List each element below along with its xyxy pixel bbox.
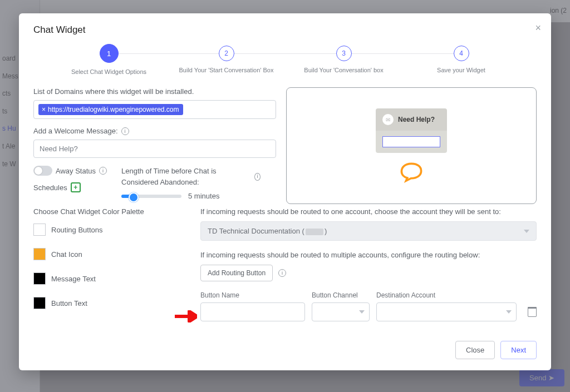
schedules-label: Schedules: [33, 183, 67, 192]
palette-message-text[interactable]: Message Text: [33, 272, 200, 285]
step-3[interactable]: 3 Build Your 'Conversation' box: [285, 46, 402, 73]
close-icon[interactable]: ×: [535, 22, 541, 34]
domain-chip-text: https://truedialogwiki.wpenginepowered.c…: [48, 106, 179, 113]
abandon-time-slider[interactable]: [121, 195, 181, 198]
button-name-input[interactable]: [200, 302, 305, 321]
step-number: 4: [454, 46, 469, 61]
domain-chip[interactable]: × https://truedialogwiki.wpenginepowered…: [38, 104, 183, 115]
col-destination-account: Destination Account: [376, 291, 537, 299]
close-button[interactable]: Close: [455, 341, 495, 359]
preview-popup: ✉ Need Help?: [376, 108, 447, 153]
step-2[interactable]: 2 Build Your 'Start Conversation' Box: [168, 46, 285, 73]
routing-single-label: If incoming requests should be routed to…: [200, 207, 537, 216]
widget-preview: ✉ Need Help?: [286, 87, 537, 204]
col-button-name: Button Name: [200, 291, 305, 299]
info-icon[interactable]: i: [121, 127, 129, 135]
away-status-label: Away Status: [56, 167, 96, 175]
chip-remove-icon[interactable]: ×: [42, 106, 46, 113]
domains-input[interactable]: × https://truedialogwiki.wpenginepowered…: [33, 100, 276, 119]
trash-icon[interactable]: [528, 307, 537, 317]
welcome-message-input[interactable]: [33, 140, 276, 158]
chat-widget-modal: Chat Widget × 1 Select Chat Widget Optio…: [19, 13, 551, 370]
info-icon[interactable]: i: [254, 173, 261, 181]
away-status-toggle[interactable]: [33, 166, 52, 176]
color-swatch[interactable]: [33, 248, 46, 260]
calendar-add-icon[interactable]: [71, 182, 81, 192]
button-channel-select[interactable]: [312, 302, 370, 321]
abandon-label: Length of Time before Chat is Considered…: [121, 166, 261, 187]
modal-title: Chat Widget: [33, 24, 537, 36]
step-number: 1: [100, 44, 119, 63]
step-4[interactable]: 4 Save your Widget: [402, 46, 520, 73]
chat-bubble-icon: [399, 161, 424, 183]
step-label: Select Chat Widget Options: [50, 68, 168, 75]
palette-chat-icon[interactable]: Chat Icon: [33, 248, 200, 260]
away-status-row: Away Status i: [33, 166, 107, 176]
step-indicator: 1 Select Chat Widget Options 2 Build You…: [50, 46, 520, 75]
swatch-label: Button Text: [51, 299, 87, 307]
redacted-text: [306, 229, 323, 235]
step-label: Build Your 'Conversation' box: [285, 67, 402, 73]
info-icon[interactable]: i: [278, 269, 286, 277]
swatch-label: Chat Icon: [51, 250, 82, 259]
preview-input: [382, 136, 440, 147]
abandon-value: 5 minutes: [188, 192, 219, 200]
destination-account-select[interactable]: [376, 302, 517, 321]
color-swatch[interactable]: [33, 297, 46, 309]
step-1[interactable]: 1 Select Chat Widget Options: [50, 46, 168, 75]
chevron-down-icon: [506, 310, 512, 314]
palette-heading: Choose Chat Widget Color Palette: [33, 207, 200, 216]
chevron-down-icon: [524, 230, 529, 233]
routing-account-value: TD Technical Documentation (): [208, 227, 327, 235]
annotation-arrow: [175, 310, 197, 322]
step-number: 3: [336, 46, 352, 61]
step-label: Build Your 'Start Conversation' Box: [168, 67, 285, 73]
mail-icon: ✉: [382, 114, 394, 125]
welcome-label: Add a Welcome Message: i: [33, 127, 276, 135]
info-icon[interactable]: i: [99, 167, 107, 175]
step-number: 2: [219, 46, 234, 61]
palette-routing-buttons[interactable]: Routing Buttons: [33, 224, 200, 236]
swatch-label: Message Text: [51, 275, 96, 283]
domains-label: List of Domains where this widget will b…: [33, 87, 276, 96]
routing-multi-label: If incoming requests should be routed to…: [200, 251, 537, 259]
step-label: Save your Widget: [402, 67, 520, 73]
col-button-channel: Button Channel: [312, 291, 370, 299]
next-button[interactable]: Next: [500, 341, 537, 359]
color-swatch[interactable]: [33, 224, 46, 236]
routing-account-select[interactable]: TD Technical Documentation (): [200, 221, 537, 241]
swatch-label: Routing Buttons: [51, 226, 103, 234]
schedules-row: Schedules: [33, 182, 107, 192]
color-swatch[interactable]: [33, 272, 46, 285]
chevron-down-icon: [359, 310, 365, 314]
preview-title: Need Help?: [398, 116, 435, 123]
palette-button-text[interactable]: Button Text: [33, 297, 200, 309]
add-routing-button[interactable]: Add Routing Button: [200, 265, 273, 281]
